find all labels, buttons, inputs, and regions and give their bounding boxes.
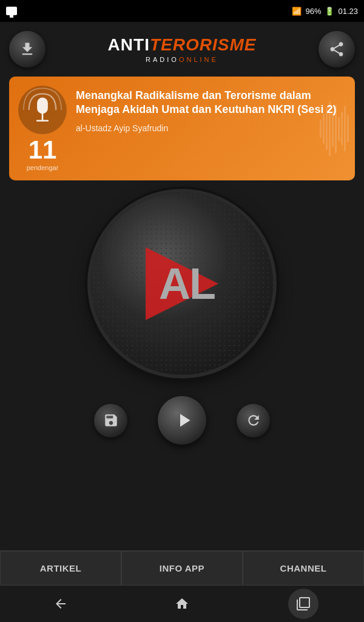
channel-label: CHANNEL bbox=[280, 563, 327, 573]
recent-apps-icon bbox=[296, 596, 311, 611]
listener-label: pendengar bbox=[27, 164, 59, 171]
track-author: al-Ustadz Ayip Syafrudin bbox=[76, 123, 346, 133]
refresh-icon bbox=[246, 412, 261, 428]
back-button[interactable] bbox=[46, 589, 76, 619]
status-right: 📶 96% 🔋 01.23 bbox=[292, 7, 358, 16]
station-logo-svg: AL bbox=[133, 241, 231, 326]
info-app-button[interactable]: INFO APP bbox=[121, 551, 243, 586]
back-icon bbox=[53, 596, 68, 611]
save-button[interactable] bbox=[94, 404, 127, 437]
download-icon bbox=[19, 41, 36, 58]
logo-title: ANTITERORISME bbox=[108, 35, 257, 55]
time-display: 01.23 bbox=[338, 7, 358, 16]
listener-count: 11 bbox=[29, 137, 57, 163]
refresh-button[interactable] bbox=[237, 404, 270, 437]
app-logo: ANTITERORISME RADIOONLINE bbox=[108, 35, 257, 63]
android-navigation bbox=[0, 586, 364, 622]
save-icon bbox=[103, 412, 119, 428]
share-icon bbox=[328, 41, 345, 58]
recent-apps-button[interactable] bbox=[288, 589, 318, 619]
waveform-decoration bbox=[320, 77, 349, 180]
wifi-icon: 📶 bbox=[292, 7, 302, 16]
speaker-circle: AL bbox=[91, 193, 273, 375]
player-controls bbox=[0, 384, 364, 457]
status-left bbox=[6, 7, 17, 15]
listener-section: 11 pendengar bbox=[18, 86, 67, 171]
home-button[interactable] bbox=[167, 589, 197, 619]
track-info: Menangkal Radikalisme dan Terorisme dala… bbox=[76, 86, 346, 133]
mic-icon-area bbox=[18, 86, 67, 134]
track-title: Menangkal Radikalisme dan Terorisme dala… bbox=[76, 89, 346, 117]
status-bar: 📶 96% 🔋 01.23 bbox=[0, 0, 364, 22]
home-icon bbox=[175, 596, 189, 611]
channel-button[interactable]: CHANNEL bbox=[243, 551, 364, 586]
logo-subtitle: RADIOONLINE bbox=[108, 56, 257, 63]
bottom-navigation: ARTIKEL INFO APP CHANNEL bbox=[0, 550, 364, 586]
battery-icon: 🔋 bbox=[325, 7, 334, 16]
share-button[interactable] bbox=[318, 31, 355, 67]
info-app-label: INFO APP bbox=[160, 563, 204, 573]
now-playing-banner: 11 pendengar Menangkal Radikalisme dan T… bbox=[9, 77, 355, 180]
svg-text:AL: AL bbox=[159, 259, 215, 308]
player-area: AL bbox=[0, 180, 364, 384]
battery-percentage: 96% bbox=[305, 7, 321, 16]
mic-waves-svg bbox=[18, 83, 67, 137]
svg-rect-0 bbox=[37, 98, 48, 114]
artikel-button[interactable]: ARTIKEL bbox=[0, 551, 121, 586]
play-button[interactable] bbox=[158, 396, 206, 445]
artikel-label: ARTIKEL bbox=[40, 563, 82, 573]
play-icon bbox=[173, 409, 195, 431]
app-header: ANTITERORISME RADIOONLINE bbox=[0, 22, 364, 77]
download-button[interactable] bbox=[9, 31, 46, 67]
screen-icon bbox=[6, 7, 17, 15]
